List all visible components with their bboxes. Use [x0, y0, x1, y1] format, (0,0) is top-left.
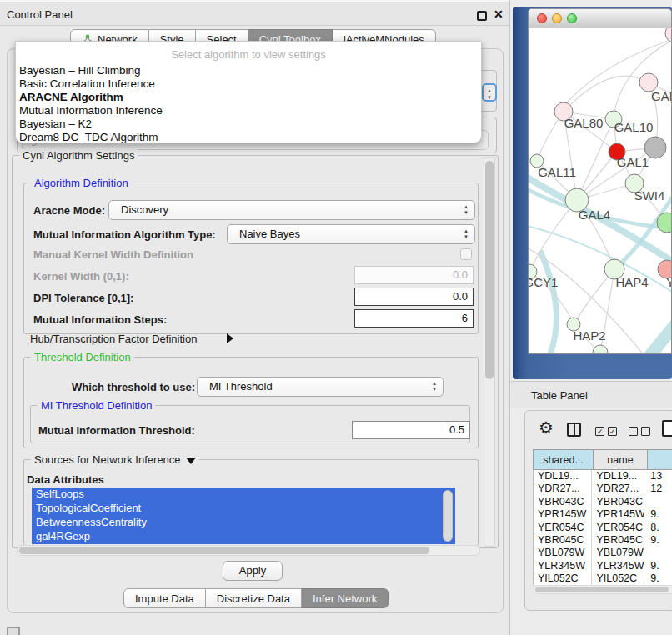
- settings-horizontal-scrollbar[interactable]: [17, 545, 480, 556]
- cell-name: YER054C: [592, 522, 644, 534]
- table-row[interactable]: YLR345WYLR345W9.: [534, 560, 672, 572]
- tab-impute-data-label: Impute Data: [135, 592, 194, 605]
- cell-value: 9.: [644, 572, 672, 585]
- checkbox-unchecked-icon[interactable]: [629, 427, 638, 436]
- table-row[interactable]: YBL079WYBL079W: [534, 547, 672, 559]
- columns-icon[interactable]: [567, 422, 581, 437]
- close-window-icon[interactable]: [537, 13, 547, 23]
- column-header-cut[interactable]: A: [648, 449, 672, 470]
- dpi-tolerance-field[interactable]: 0.0: [354, 288, 474, 306]
- gear-icon[interactable]: ⚙: [539, 418, 554, 438]
- edge: [564, 76, 649, 112]
- tab-infer-network-label: Infer Network: [313, 592, 377, 605]
- table-row[interactable]: YBR045CYBR045C9.: [534, 534, 672, 547]
- attribute-item-selected[interactable]: SelfLoops: [32, 488, 455, 502]
- minimize-window-icon[interactable]: [552, 13, 562, 23]
- attribute-item-selected[interactable]: BetweennessCentrality: [32, 516, 455, 530]
- table-row[interactable]: YDR27...YDR27...12: [534, 482, 672, 495]
- threshold-definition-title: Threshold Definition: [31, 351, 134, 363]
- mi-steps-field[interactable]: 6: [354, 309, 474, 328]
- table-horizontal-scrollbar[interactable]: [534, 585, 672, 594]
- dropdown-item-highlighted[interactable]: ARACNE Algorithm: [19, 91, 478, 104]
- aracne-mode-combo[interactable]: Discovery ▲▼: [108, 200, 475, 220]
- node-cut-bottom[interactable]: [593, 345, 608, 354]
- attribute-item-selected[interactable]: gal4RGexp: [32, 530, 455, 544]
- algorithm-combo-arrow[interactable]: ▲▼: [482, 83, 497, 102]
- table-row[interactable]: YER054CYER054C8.: [534, 522, 672, 534]
- table-row[interactable]: YPR145WYPR145W9.: [534, 508, 672, 521]
- manual-kernel-checkbox[interactable]: [460, 248, 472, 260]
- minimized-panel-icon[interactable]: [7, 627, 20, 635]
- table-body: YDL19...YDL19...13 YDR27...YDR27...12 YB…: [533, 470, 672, 585]
- scrollbar-thumb[interactable]: [535, 587, 669, 592]
- cell-shared-name: YDL19...: [534, 470, 592, 482]
- table-panel-title: Table Panel: [531, 389, 588, 402]
- algorithm-definition-title: Algorithm Definition: [31, 177, 132, 189]
- export-table-icon[interactable]: [662, 420, 672, 437]
- mi-type-value: Naive Bayes: [239, 228, 300, 240]
- collapse-arrow-icon[interactable]: [227, 333, 233, 343]
- which-threshold-combo[interactable]: MI Threshold ▲▼: [197, 377, 444, 397]
- network-window-titlebar[interactable]: [529, 9, 671, 28]
- attribute-list-scrollbar[interactable]: [443, 490, 453, 542]
- column-header-name[interactable]: name: [594, 449, 648, 470]
- node-label: GAL4: [579, 208, 610, 222]
- cell-value: 13: [644, 470, 672, 482]
- scrollbar-thumb[interactable]: [19, 547, 429, 554]
- network-window[interactable]: GAL GAL80 GAL10 GAL1 GAL11 SWI4 GAL4 GCY…: [528, 8, 672, 354]
- checkbox-checked-icon[interactable]: ✓: [595, 427, 604, 436]
- table-row[interactable]: YBR043CYBR043C: [534, 496, 672, 508]
- dpi-tolerance-label: DPI Tolerance [0,1]:: [33, 292, 133, 304]
- tab-impute-data[interactable]: Impute Data: [123, 588, 206, 608]
- cell-shared-name: YDR27...: [534, 482, 592, 495]
- dropdown-item[interactable]: Basic Correlation Inference: [19, 78, 478, 91]
- spinner-arrows-icon: ▲▼: [464, 228, 469, 240]
- network-graph: GAL GAL80 GAL10 GAL1 GAL11 SWI4 GAL4 GCY…: [529, 28, 672, 354]
- apply-button[interactable]: Apply: [223, 561, 283, 581]
- network-canvas[interactable]: GAL GAL80 GAL10 GAL1 GAL11 SWI4 GAL4 GCY…: [529, 28, 672, 354]
- node-cut-top-right[interactable]: [665, 28, 672, 42]
- spinner-arrows-icon: ▲▼: [464, 204, 469, 216]
- attribute-item-selected[interactable]: TopologicalCoefficient: [32, 502, 455, 516]
- table-row[interactable]: YDL19...YDL19...13: [534, 470, 672, 482]
- node-label: GAL: [651, 89, 672, 103]
- cell-name: YLR345W: [592, 560, 644, 572]
- close-icon[interactable]: ✕: [494, 8, 504, 21]
- screen: Control Panel ✕ Network Style Select Cyn…: [0, 0, 672, 635]
- cell-shared-name: YER054C: [534, 522, 592, 534]
- node-label: HAP2: [573, 328, 605, 342]
- scrollbar-thumb[interactable]: [485, 161, 494, 379]
- tab-discretize-data[interactable]: Discretize Data: [206, 588, 302, 608]
- dropdown-item[interactable]: Bayesian – Hill Climbing: [19, 64, 478, 78]
- settings-vertical-scrollbar[interactable]: [484, 157, 495, 547]
- float-panel-icon[interactable]: [477, 11, 487, 21]
- mi-type-combo[interactable]: Naive Bayes ▲▼: [227, 224, 475, 244]
- control-panel-titlebar: Control Panel ✕: [0, 0, 509, 26]
- cell-value: 8.: [644, 522, 672, 534]
- kernel-width-field[interactable]: 0.0: [354, 266, 474, 284]
- checkbox-checked-icon[interactable]: ✓: [608, 427, 617, 436]
- network-window-frame[interactable]: GAL GAL80 GAL10 GAL1 GAL11 SWI4 GAL4 GCY…: [513, 7, 672, 379]
- expand-arrow-icon[interactable]: [186, 458, 196, 464]
- cell-name: YDR27...: [592, 482, 644, 495]
- tab-infer-network[interactable]: Infer Network: [302, 588, 389, 608]
- cell-value: [644, 547, 672, 559]
- mi-type-label: Mutual Information Algorithm Type:: [33, 228, 216, 241]
- cell-name: YBR043C: [592, 496, 644, 508]
- control-panel: Control Panel ✕ Network Style Select Cyn…: [0, 0, 510, 635]
- column-header-shared-name[interactable]: shared...: [533, 449, 594, 470]
- dropdown-item[interactable]: Mutual Information Inference: [19, 104, 478, 118]
- cell-shared-name: YBL079W: [534, 547, 592, 559]
- node-label: SWI4: [634, 188, 665, 202]
- hub-definition-label[interactable]: Hub/Transcription Factor Definition: [30, 332, 197, 345]
- checkbox-unchecked-icon[interactable]: [641, 427, 650, 436]
- dropdown-item[interactable]: Bayesian – K2: [19, 118, 478, 131]
- mi-threshold-field[interactable]: 0.5: [352, 421, 470, 439]
- cell-value: 9.: [644, 534, 672, 547]
- table-row[interactable]: YIL052CYIL052C9.: [534, 572, 672, 585]
- mi-threshold-label: Mutual Information Threshold:: [38, 424, 195, 437]
- maximize-window-icon[interactable]: [567, 13, 577, 23]
- node-label: GAL11: [538, 165, 576, 179]
- dropdown-item[interactable]: Dream8 DC_TDC Algorithm: [19, 131, 478, 144]
- table-panel: ⚙ ✓ ✓ shared... name A YDL19...YDL19...1…: [524, 410, 672, 611]
